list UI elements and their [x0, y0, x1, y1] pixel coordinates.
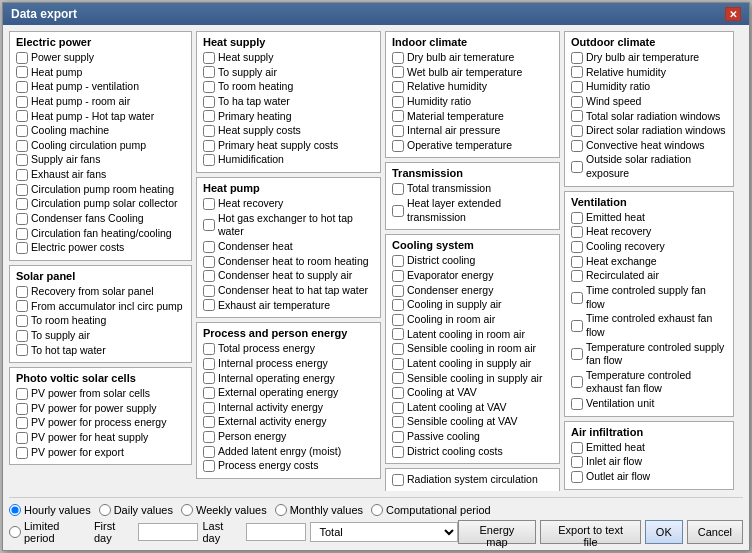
pp-external-activity-checkbox[interactable] [203, 416, 215, 428]
hp-cond-room-checkbox[interactable] [203, 256, 215, 268]
oc-total-solar-checkbox[interactable] [571, 110, 583, 122]
hp-condenser-heat-checkbox[interactable] [203, 241, 215, 253]
limited-radio[interactable] [9, 526, 21, 538]
v-recovery-checkbox[interactable] [571, 226, 583, 238]
hot-tap-checkbox[interactable] [16, 344, 28, 356]
hs-humid-checkbox[interactable] [203, 154, 215, 166]
oc-rel-humidity-checkbox[interactable] [571, 66, 583, 78]
cs-sensible-supply-checkbox[interactable] [392, 372, 404, 384]
supply-fans-checkbox[interactable] [16, 154, 28, 166]
ic-wet-bulb-checkbox[interactable] [392, 66, 404, 78]
ok-button[interactable]: OK [645, 520, 683, 544]
v-temp-supply-checkbox[interactable] [571, 348, 583, 360]
ic-humidity-ratio-checkbox[interactable] [392, 96, 404, 108]
hs-supply-air-checkbox[interactable] [203, 66, 215, 78]
ic-dry-bulb-checkbox[interactable] [392, 52, 404, 64]
v-emitted-checkbox[interactable] [571, 212, 583, 224]
ic-rel-humidity-checkbox[interactable] [392, 81, 404, 93]
cs-cooling-room-checkbox[interactable] [392, 314, 404, 326]
heat-pump-checkbox[interactable] [16, 66, 28, 78]
pv-power-checkbox[interactable] [16, 403, 28, 415]
v-recirculated-checkbox[interactable] [571, 270, 583, 282]
ai-emitted-checkbox[interactable] [571, 442, 583, 454]
cs-latent-supply-checkbox[interactable] [392, 358, 404, 370]
v-temp-exhaust-checkbox[interactable] [571, 376, 583, 388]
hs-room-heating-checkbox[interactable] [203, 81, 215, 93]
ai-outlet-checkbox[interactable] [571, 471, 583, 483]
pv-process-checkbox[interactable] [16, 417, 28, 429]
hs-primary-checkbox[interactable] [203, 110, 215, 122]
v-cool-recovery-checkbox[interactable] [571, 241, 583, 253]
recovery-solar-checkbox[interactable] [16, 286, 28, 298]
hs-primary-costs-checkbox[interactable] [203, 140, 215, 152]
pp-total-checkbox[interactable] [203, 343, 215, 355]
hp-cond-supply-checkbox[interactable] [203, 270, 215, 282]
v-unit-checkbox[interactable] [571, 398, 583, 410]
ic-internal-pressure-checkbox[interactable] [392, 125, 404, 137]
oc-convective-checkbox[interactable] [571, 140, 583, 152]
cs-latent-room-checkbox[interactable] [392, 328, 404, 340]
energy-map-button[interactable]: Energy map [458, 520, 537, 544]
hourly-radio[interactable] [9, 504, 21, 516]
heat-pump-room-checkbox[interactable] [16, 96, 28, 108]
pp-latent-checkbox[interactable] [203, 446, 215, 458]
v-heat-exchange-checkbox[interactable] [571, 256, 583, 268]
oc-humidity-ratio-checkbox[interactable] [571, 81, 583, 93]
hp-exhaust-temp-checkbox[interactable] [203, 299, 215, 311]
elec-costs-checkbox[interactable] [16, 242, 28, 254]
pp-internal-operating-checkbox[interactable] [203, 372, 215, 384]
hs-costs-checkbox[interactable] [203, 125, 215, 137]
weekly-radio[interactable] [181, 504, 193, 516]
hs-tap-water-checkbox[interactable] [203, 96, 215, 108]
cooling-machine-checkbox[interactable] [16, 125, 28, 137]
oc-outside-solar-checkbox[interactable] [571, 161, 583, 173]
ic-operative-temp-checkbox[interactable] [392, 140, 404, 152]
cs-passive-checkbox[interactable] [392, 431, 404, 443]
power-supply-checkbox[interactable] [16, 52, 28, 64]
cs-cooling-vav-checkbox[interactable] [392, 387, 404, 399]
oc-direct-solar-checkbox[interactable] [571, 125, 583, 137]
cs-condenser-checkbox[interactable] [392, 285, 404, 297]
close-button[interactable]: ✕ [725, 7, 741, 21]
pp-internal-activity-checkbox[interactable] [203, 402, 215, 414]
pp-internal-process-checkbox[interactable] [203, 358, 215, 370]
ai-inlet-checkbox[interactable] [571, 456, 583, 468]
oc-dry-bulb-checkbox[interactable] [571, 52, 583, 64]
cs-sensible-room-checkbox[interactable] [392, 343, 404, 355]
oc-wind-speed-checkbox[interactable] [571, 96, 583, 108]
pv-cells-checkbox[interactable] [16, 388, 28, 400]
heat-pump-vent-checkbox[interactable] [16, 81, 28, 93]
heat-pump-hot-checkbox[interactable] [16, 110, 28, 122]
pp-external-operating-checkbox[interactable] [203, 387, 215, 399]
pv-export-checkbox[interactable] [16, 447, 28, 459]
circ-room-checkbox[interactable] [16, 184, 28, 196]
first-day-input[interactable] [138, 523, 198, 541]
v-time-exhaust-checkbox[interactable] [571, 320, 583, 332]
ic-material-temp-checkbox[interactable] [392, 110, 404, 122]
accumulator-checkbox[interactable] [16, 300, 28, 312]
hs-heat-supply-checkbox[interactable] [203, 52, 215, 64]
cs-sensible-vav-checkbox[interactable] [392, 416, 404, 428]
v-time-supply-checkbox[interactable] [571, 292, 583, 304]
cancel-button[interactable]: Cancel [687, 520, 743, 544]
hp-gas-exchanger-checkbox[interactable] [203, 219, 215, 231]
cs-cooling-supply-checkbox[interactable] [392, 299, 404, 311]
room-heating-checkbox[interactable] [16, 315, 28, 327]
cs-evaporator-checkbox[interactable] [392, 270, 404, 282]
tr-heat-layer-checkbox[interactable] [392, 205, 404, 217]
condenser-fans-checkbox[interactable] [16, 213, 28, 225]
cooling-circ-checkbox[interactable] [16, 140, 28, 152]
circ-solar-checkbox[interactable] [16, 198, 28, 210]
computational-radio[interactable] [371, 504, 383, 516]
export-button[interactable]: Export to text file [540, 520, 641, 544]
pp-person-checkbox[interactable] [203, 431, 215, 443]
radiation-checkbox[interactable] [392, 474, 404, 486]
cs-district-checkbox[interactable] [392, 255, 404, 267]
pv-heat-checkbox[interactable] [16, 432, 28, 444]
hp-recovery-checkbox[interactable] [203, 198, 215, 210]
exhaust-fans-checkbox[interactable] [16, 169, 28, 181]
daily-radio[interactable] [99, 504, 111, 516]
tr-total-checkbox[interactable] [392, 183, 404, 195]
monthly-radio[interactable] [275, 504, 287, 516]
hp-cond-hat-checkbox[interactable] [203, 285, 215, 297]
